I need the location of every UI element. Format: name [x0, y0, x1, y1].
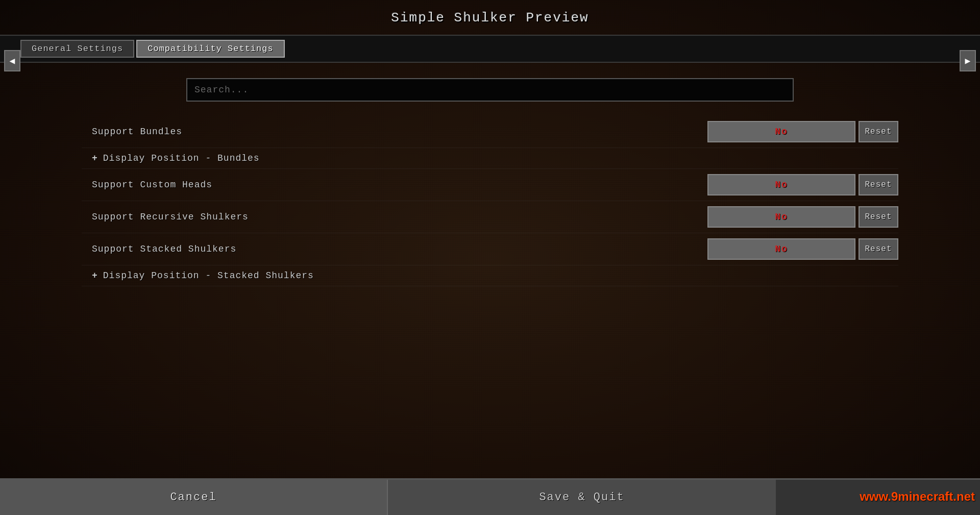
value-btn-support-bundles[interactable]: No [707, 121, 855, 142]
search-input[interactable] [186, 78, 794, 102]
reset-btn-stacked-shulkers[interactable]: Reset [859, 238, 898, 260]
setting-row: Support Bundles No Reset [82, 116, 898, 148]
setting-controls-recursive-shulkers: No Reset [707, 206, 898, 228]
value-btn-stacked-shulkers[interactable]: No [707, 238, 855, 260]
setting-label-support-bundles: Support Bundles [82, 127, 707, 137]
setting-label-display-stacked: + Display Position - Stacked Shulkers [82, 271, 898, 281]
bottom-buttons: Cancel Save & Quit [0, 480, 776, 515]
setting-row-custom-heads: Support Custom Heads No Reset [82, 169, 898, 201]
setting-label-stacked-shulkers: Support Stacked Shulkers [82, 244, 707, 254]
setting-label-text: Display Position - Bundles [103, 153, 260, 163]
reset-btn-support-bundles[interactable]: Reset [859, 121, 898, 142]
nav-row: ◀ General Settings Compatibility Setting… [0, 35, 980, 63]
value-btn-recursive-shulkers[interactable]: No [707, 206, 855, 228]
nav-arrow-left[interactable]: ◀ [4, 50, 20, 71]
cancel-button[interactable]: Cancel [0, 480, 388, 515]
page-container: Simple Shulker Preview ◀ General Setting… [0, 0, 980, 515]
setting-row-recursive-shulkers: Support Recursive Shulkers No Reset [82, 201, 898, 233]
setting-row-display-stacked: + Display Position - Stacked Shulkers [82, 265, 898, 286]
expand-icon-stacked[interactable]: + [92, 271, 98, 281]
page-title: Simple Shulker Preview [391, 10, 589, 26]
content-area: Support Bundles No Reset + Display Posit… [0, 63, 980, 515]
reset-btn-custom-heads[interactable]: Reset [859, 174, 898, 195]
watermark-text: www.9minecraft.net [860, 489, 975, 504]
tab-compatibility[interactable]: Compatibility Settings [136, 40, 284, 58]
save-quit-button[interactable]: Save & Quit [388, 480, 776, 515]
setting-controls-stacked-shulkers: No Reset [707, 238, 898, 260]
reset-btn-recursive-shulkers[interactable]: Reset [859, 206, 898, 228]
setting-label-custom-heads: Support Custom Heads [82, 180, 707, 190]
watermark: www.9minecraft.net [860, 478, 980, 515]
setting-row-stacked-shulkers: Support Stacked Shulkers No Reset [82, 233, 898, 265]
setting-label-display-bundles: + Display Position - Bundles [82, 153, 898, 163]
search-wrapper [82, 78, 898, 102]
bottom-bar: Cancel Save & Quit www.9minecraft.net [0, 478, 980, 515]
setting-controls-custom-heads: No Reset [707, 174, 898, 195]
setting-label-recursive-shulkers: Support Recursive Shulkers [82, 212, 707, 222]
tab-general[interactable]: General Settings [20, 40, 134, 58]
value-btn-custom-heads[interactable]: No [707, 174, 855, 195]
nav-arrow-right[interactable]: ▶ [960, 50, 976, 71]
setting-controls: No Reset [707, 121, 898, 142]
settings-list: Support Bundles No Reset + Display Posit… [82, 116, 898, 286]
setting-label-stacked-text: Display Position - Stacked Shulkers [103, 271, 314, 281]
setting-row-display-bundles: + Display Position - Bundles [82, 148, 898, 169]
expand-icon-bundles[interactable]: + [92, 153, 98, 163]
